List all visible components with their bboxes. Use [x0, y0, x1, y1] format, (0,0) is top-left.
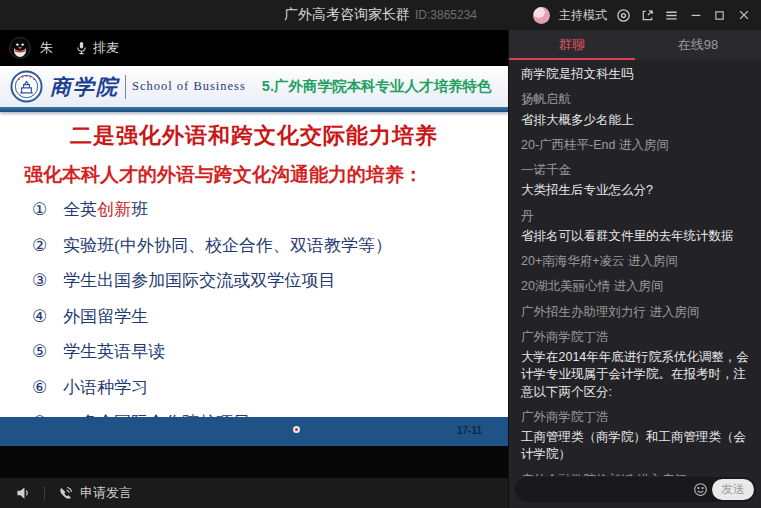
- slide-footer-bar: 17-11: [0, 417, 508, 446]
- slide-list-item: ⑥小语种学习: [32, 376, 484, 399]
- message-username: 丹: [521, 208, 749, 225]
- system-message: 广外招生办助理刘力行 进入房间: [521, 304, 749, 321]
- app-window: 广外高考咨询家长群 ID:3865234 主持模式: [0, 0, 761, 508]
- mic-queue-label: 排麦: [93, 39, 119, 57]
- chat-message: 商学院是招文科生吗: [521, 66, 749, 83]
- system-message: 20湖北美丽心情 进入房间: [521, 278, 749, 295]
- chat-message: 广外商学院丁浩 工商管理类（商学院）和工商管理类（会计学院）: [521, 409, 749, 464]
- message-username: 广外商学院丁浩: [521, 329, 749, 346]
- chat-input-wrap: 发送: [515, 477, 756, 502]
- chat-message: 扬帆启航 省排大概多少名能上: [521, 91, 749, 129]
- message-username: 一诺千金: [521, 162, 749, 179]
- speaker-volume-icon[interactable]: [16, 486, 31, 500]
- video-stage: 朱 排麦: [0, 30, 508, 508]
- titlebar: 广外高考咨询家长群 ID:3865234 主持模式: [0, 0, 761, 30]
- chat-message: 一诺千金 大类招生后专业怎么分?: [521, 162, 749, 200]
- room-id: ID:3865234: [415, 8, 477, 22]
- chat-message: 广外商学院丁浩 大学在2014年年底进行院系优化调整，会计学专业现属于会计学院。…: [521, 329, 749, 401]
- slide-list-item: ④外国留学生: [32, 305, 484, 328]
- presentation-slide: 商学院 School of Business 5.广外商学院本科专业人才培养特色…: [0, 66, 508, 446]
- system-message: 20+南海华府+凌云 进入房间: [521, 253, 749, 270]
- speaker-row: 朱 排麦: [0, 30, 508, 66]
- slide-section-title: 5.广外商学院本科专业人才培养特色: [262, 77, 492, 96]
- popout-icon[interactable]: [640, 8, 655, 23]
- chat-panel: 群聊 在线98 商学院是招文科生吗 扬帆启航 省排大概多少名能上 20-广西桂平…: [508, 30, 761, 508]
- menu-icon[interactable]: [664, 8, 679, 23]
- request-speak-icon: [58, 486, 73, 501]
- chat-message: 丹 省排名可以看群文件里的去年统计数据: [521, 208, 749, 246]
- slide-page-number: 17-11: [457, 425, 482, 436]
- stage-control-bar: 申请发言: [0, 478, 508, 508]
- speaker-name: 朱: [40, 39, 53, 57]
- school-name-cn: 商学院: [50, 73, 119, 101]
- slide-list: ①全英创新班 ②实验班(中外协同、校企合作、双语教学等） ③学生出国参加国际交流…: [32, 198, 484, 434]
- send-button[interactable]: 发送: [712, 479, 754, 500]
- slide-body: 二是强化外语和跨文化交际能力培养 强化本科人才的外语与跨文化沟通能力的培养： ①…: [0, 112, 508, 434]
- slide-header: 商学院 School of Business 5.广外商学院本科专业人才培养特色: [0, 66, 508, 107]
- host-mode-label[interactable]: 主持模式: [559, 7, 607, 24]
- host-avatar: [533, 7, 550, 24]
- settings-icon[interactable]: [616, 8, 631, 23]
- school-name-en: School of Business: [132, 79, 246, 94]
- slide-subtitle: 强化本科人才的外语与跨文化沟通能力的培养：: [24, 162, 484, 188]
- chat-input[interactable]: [525, 477, 675, 502]
- slide-list-item: ①全英创新班: [32, 198, 484, 221]
- tab-group-chat[interactable]: 群聊: [509, 30, 635, 60]
- chat-input-row: 发送: [509, 476, 761, 508]
- slide-list-item: ②实验班(中外协同、校企合作、双语教学等）: [32, 234, 484, 257]
- request-speak-button[interactable]: 申请发言: [58, 484, 132, 502]
- chat-message-list[interactable]: 商学院是招文科生吗 扬帆启航 省排大概多少名能上 20-广西桂平-End 进入房…: [509, 60, 761, 476]
- speaker-avatar-penguin-icon: [9, 37, 31, 59]
- slide-list-item: ③学生出国参加国际交流或双学位项目: [32, 269, 484, 292]
- control-bar-divider: [44, 486, 45, 500]
- header-divider: [125, 75, 126, 99]
- slide-title: 二是强化外语和跨文化交际能力培养: [24, 121, 484, 151]
- emoji-icon[interactable]: [693, 482, 708, 497]
- message-username: 广外商学院丁浩: [521, 409, 749, 426]
- chat-tabs: 群聊 在线98: [509, 30, 761, 60]
- system-message: 20-广西桂平-End 进入房间: [521, 137, 749, 154]
- window-title-group: 广外高考咨询家长群 ID:3865234: [284, 6, 477, 24]
- laser-pointer-dot: [293, 426, 300, 433]
- tab-online-members[interactable]: 在线98: [635, 30, 761, 60]
- microphone-icon: [75, 41, 88, 55]
- message-username: 扬帆启航: [521, 91, 749, 108]
- slide-list-item: ⑤学生英语早读: [32, 340, 484, 363]
- close-button[interactable]: [736, 8, 751, 23]
- maximize-button[interactable]: [712, 8, 727, 23]
- school-logo-icon: [10, 70, 43, 103]
- minimize-button[interactable]: [688, 8, 703, 23]
- window-title: 广外高考咨询家长群: [284, 6, 410, 24]
- mic-queue-button[interactable]: 排麦: [75, 39, 119, 57]
- request-speak-label: 申请发言: [80, 484, 132, 502]
